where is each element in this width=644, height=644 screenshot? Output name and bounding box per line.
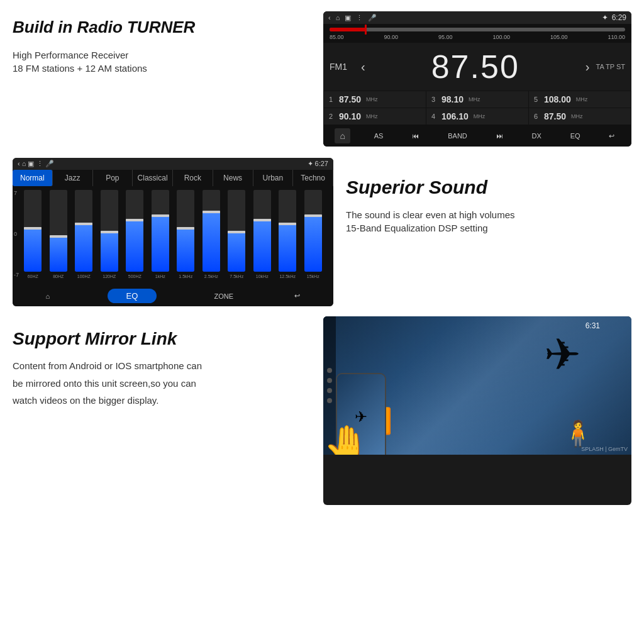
sidebar-dot-4 [327,398,332,403]
preset-freq-6: 87.50 [544,111,566,121]
eq-window-icon[interactable]: ▣ [28,160,34,167]
superior-sound-desc2: 15-Band Equalization DSP setting [346,223,631,233]
eq-bar-col-3[interactable]: 120HZ [101,190,118,284]
back-icon[interactable]: ‹ [328,14,331,21]
eq-bars-container: 60HZ80HZ100HZ120HZ500HZ1kHz1.5kHz2.5kHz7… [15,190,331,284]
eq-bar-track-8 [228,190,245,272]
middle-section: ‹ ⌂ ▣ ⋮ 🎤 ✦ 6:27 Normal Jazz Pop Classic… [0,153,644,311]
eq-back-icon[interactable]: ‹ [18,160,20,167]
mirror-link-desc2: be mirrored onto this unit screen,so you… [13,377,311,391]
home-icon[interactable]: ⌂ [336,14,340,21]
window-icon[interactable]: ▣ [345,14,351,22]
eq-tab-jazz[interactable]: Jazz [53,170,93,186]
eq-eq-button[interactable]: EQ [108,289,157,303]
radio-desc2: 18 FM stations + 12 AM stations [13,63,311,74]
eq-nav-icons: ‹ ⌂ ▣ ⋮ 🎤 [18,160,54,168]
mirror-link-desc3: watch videos on the bigger display. [13,394,311,408]
radio-back-button[interactable]: ↩ [604,130,619,143]
eq-bar-fill-2 [75,223,92,272]
eq-bar-track-9 [253,190,271,272]
eq-home-button[interactable]: ⌂ [42,290,54,303]
preset-freq-1: 87.50 [339,94,361,104]
eq-bar-fill-4 [126,219,143,272]
eq-bar-label-7: 2.5kHz [204,274,218,279]
eq-bar-fill-1 [50,235,67,272]
eq-level-mid: 0 [14,231,19,237]
radio-prev-button[interactable]: ⏮ [407,130,424,142]
radio-dx-button[interactable]: DX [527,130,547,142]
eq-bar-col-6[interactable]: 1.5kHz [177,190,194,284]
preset-6[interactable]: 6 87.50 MHz [529,108,631,125]
eq-bar-fill-9 [253,219,271,272]
eq-tab-normal[interactable]: Normal [13,170,53,186]
eq-tab-news[interactable]: News [213,170,253,186]
eq-bar-label-2: 100HZ [77,274,91,279]
eq-bar-col-2[interactable]: 100HZ [75,190,92,284]
eq-bar-col-8[interactable]: 7.5kHz [228,190,245,284]
eq-bar-col-4[interactable]: 500HZ [126,190,143,284]
eq-bar-col-5[interactable]: 1kHz [152,190,169,284]
radio-as-button[interactable]: AS [369,130,389,142]
eq-bar-thumb-1 [50,235,67,238]
eq-tab-pop[interactable]: Pop [93,170,133,186]
preset-freq-4: 106.10 [441,111,469,121]
eq-bar-col-0[interactable]: 60HZ [24,190,42,284]
radio-next-button[interactable]: ⏭ [491,130,508,142]
eq-bar-fill-6 [177,227,194,272]
eq-zone-button[interactable]: ZONE [211,290,238,303]
preset-num-6: 6 [534,113,540,120]
freq-right-arrow[interactable]: › [579,60,596,74]
eq-bar-label-6: 1.5kHz [179,274,192,279]
mirror-link-info: Support Mirror Link Content from Android… [13,316,311,505]
eq-bar-label-10: 12.5kHz [279,274,296,279]
eq-bars-area: 7 0 -7 60HZ80HZ100HZ120HZ500HZ1kHz1.5kHz… [13,186,333,286]
mirror-screen: 6:31 ✈ 🧍 📶 ✈ 🤚 SPLASH | GemTV [323,316,631,505]
eq-menu-icon[interactable]: ⋮ [36,160,43,167]
preset-2[interactable]: 2 90.10 MHz [324,108,426,125]
radio-freq-bar[interactable]: 85.00 90.00 95.00 100.00 105.00 110.00 [323,24,631,43]
eq-mode-tabs: Normal Jazz Pop Classical Rock News Urba… [13,170,333,186]
eq-tab-classical[interactable]: Classical [133,170,173,186]
eq-home-icon[interactable]: ⌂ [22,160,26,167]
menu-icon[interactable]: ⋮ [356,14,363,22]
radio-home-button[interactable]: ⌂ [335,128,350,143]
eq-tab-rock[interactable]: Rock [173,170,213,186]
eq-bar-col-11[interactable]: 15kHz [304,190,322,284]
freq-left-arrow[interactable]: ‹ [355,60,372,74]
eq-bar-col-9[interactable]: 10kHz [253,190,271,284]
eq-bar-label-5: 1kHz [155,274,165,279]
preset-4[interactable]: 4 106.10 MHz [426,108,528,125]
preset-1[interactable]: 1 87.50 MHz [324,91,426,108]
eq-tab-urban[interactable]: Urban [253,170,294,186]
eq-status-right: ✦ 6:27 [308,160,328,168]
eq-bottom-controls: ⌂ EQ ZONE ↩ [13,286,333,306]
freq-slider-thumb [365,25,367,35]
eq-bar-thumb-10 [279,223,296,225]
preset-3[interactable]: 3 98.10 MHz [426,91,528,108]
preset-num-5: 5 [534,96,540,103]
preset-5[interactable]: 5 108.00 MHz [529,91,631,108]
eq-bar-col-10[interactable]: 12.5kHz [279,190,296,284]
preset-num-3: 3 [431,96,438,103]
mirror-link-panel: 6:31 ✈ 🧍 📶 ✈ 🤚 SPLASH | GemTV [323,316,631,505]
eq-bar-track-0 [24,190,42,272]
radio-band-button[interactable]: BAND [443,130,472,142]
eq-bar-thumb-3 [101,231,118,233]
radio-eq-button[interactable]: EQ [565,130,586,142]
freq-slider-fill [330,28,365,31]
eq-bar-label-0: 60HZ [28,274,38,279]
eq-time: 6:27 [315,160,328,167]
radio-nav-icons: ‹ ⌂ ▣ ⋮ 🎤 [328,14,377,22]
radio-turner-info: Build in Radio TURNER High Performance R… [13,11,311,147]
preset-num-2: 2 [329,113,335,120]
eq-back-button[interactable]: ↩ [291,289,304,303]
radio-turner-title: Build in Radio TURNER [13,18,311,37]
preset-freq-2: 90.10 [339,111,361,121]
radio-main-display: FM1 ‹ 87.50 › TA TP ST [323,43,631,91]
eq-bar-col-7[interactable]: 2.5kHz [203,190,220,284]
preset-freq-3: 98.10 [441,94,464,104]
eq-bar-col-1[interactable]: 80HZ [50,190,67,284]
bottom-section: Support Mirror Link Content from Android… [0,311,644,511]
eq-bar-label-8: 7.5kHz [230,274,243,279]
eq-tab-techno[interactable]: Techno [293,170,333,186]
